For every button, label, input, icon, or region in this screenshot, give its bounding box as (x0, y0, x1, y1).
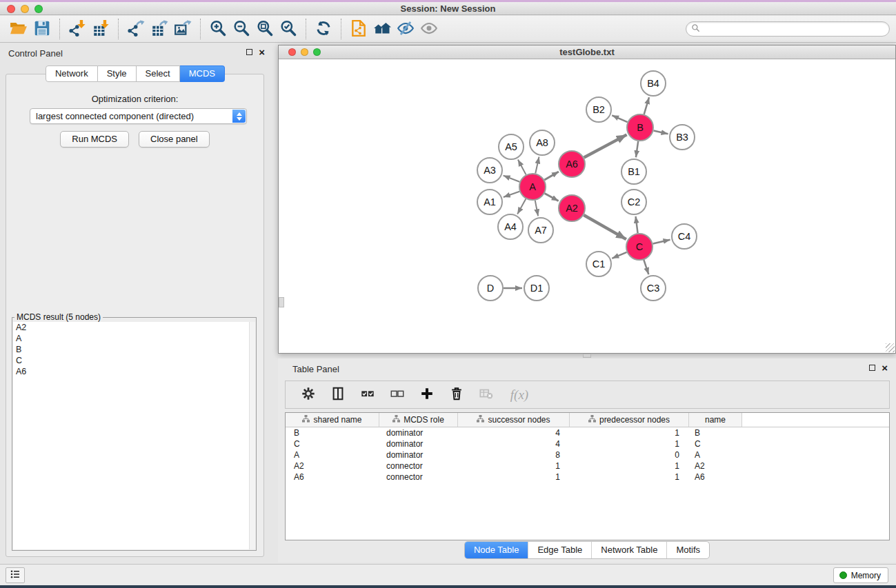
export-table-button[interactable] (148, 18, 171, 40)
zoom-fit-button[interactable] (253, 18, 277, 40)
deselect-all-checks-button[interactable] (388, 386, 406, 404)
hide-eye-button[interactable] (394, 18, 417, 40)
tab-edge-table[interactable]: Edge Table (528, 542, 591, 558)
network-node-B[interactable]: B (627, 114, 653, 141)
network-edge-C-C2[interactable] (636, 216, 638, 233)
import-table-button[interactable] (89, 18, 112, 40)
network-edge-C-C4[interactable] (653, 240, 670, 244)
network-node-A4[interactable]: A4 (498, 214, 523, 239)
tab-network[interactable]: Network (46, 65, 98, 82)
network-node-A7[interactable]: A7 (528, 218, 553, 243)
mcds-result-list[interactable]: A2ABCA6 (13, 322, 255, 549)
tab-network-table[interactable]: Network Table (591, 542, 666, 558)
network-node-A5[interactable]: A5 (499, 134, 524, 159)
float-table-panel-icon[interactable] (869, 365, 875, 371)
network-node-C3[interactable]: C3 (641, 276, 666, 301)
zoom-in-button[interactable] (206, 18, 230, 40)
float-panel-icon[interactable] (246, 49, 252, 55)
table-row-A6[interactable]: A6connector11A6 (286, 472, 889, 483)
table-row-A2[interactable]: A2connector11A2 (286, 460, 889, 472)
run-mcds-button[interactable]: Run MCDS (60, 131, 129, 148)
network-edge-A-A4[interactable] (517, 199, 526, 214)
mcds-result-item[interactable]: A (13, 333, 255, 344)
network-node-A2[interactable]: A2 (559, 195, 585, 221)
network-edge-A-A8[interactable] (535, 157, 539, 174)
node-table[interactable]: shared nameMCDS rolesuccessor nodesprede… (285, 412, 890, 540)
network-graph[interactable]: AA1A2A3A4A5A6A7A8BB1B2B3B4CC1C2C3C4DD1 (279, 60, 895, 354)
mcds-result-item[interactable]: A2 (13, 322, 255, 333)
network-node-D[interactable]: D (478, 276, 503, 301)
import-network-button[interactable] (66, 18, 89, 40)
save-session-button[interactable] (30, 18, 54, 40)
network-edge-A-A6[interactable] (544, 172, 559, 180)
network-edge-B-B2[interactable] (612, 115, 627, 122)
network-node-A6[interactable]: A6 (559, 151, 585, 177)
first-neighbors-document-button[interactable] (347, 18, 370, 40)
mcds-result-item[interactable]: C (13, 355, 255, 366)
table-row-B[interactable]: Bdominator41B (286, 427, 889, 438)
network-edge-B-B4[interactable] (644, 97, 649, 114)
close-panel-icon[interactable]: × (259, 48, 265, 56)
network-node-A[interactable]: A (519, 174, 546, 200)
network-edge-A-A7[interactable] (535, 201, 538, 216)
show-columns-button[interactable] (329, 386, 347, 404)
export-network-button[interactable] (124, 18, 148, 40)
network-edge-C-C1[interactable] (612, 252, 626, 258)
select-all-checks-button[interactable] (359, 386, 377, 404)
refresh-button[interactable] (312, 18, 335, 40)
network-node-D1[interactable]: D1 (524, 276, 549, 301)
result-scrollbar[interactable] (249, 322, 255, 549)
network-node-C4[interactable]: C4 (672, 224, 697, 249)
settings-gear-button[interactable] (299, 386, 317, 404)
column-header-MCDS-role[interactable]: MCDS role (379, 413, 458, 427)
network-edge-C-C3[interactable] (644, 260, 648, 274)
add-plus-button[interactable] (418, 386, 436, 404)
network-edge-B-B1[interactable] (636, 141, 638, 157)
network-edge-A2-C[interactable] (584, 215, 626, 239)
search-box[interactable] (686, 21, 890, 37)
network-window-titlebar[interactable]: testGlobe.txt (279, 45, 895, 59)
mcds-result-item[interactable]: A6 (13, 366, 255, 377)
network-node-A8[interactable]: A8 (530, 130, 555, 155)
tab-mcds[interactable]: MCDS (180, 65, 225, 82)
optimization-criterion-select[interactable]: largest connected component (directed) (30, 108, 247, 124)
network-edge-A-A2[interactable] (545, 194, 559, 201)
tab-node-table[interactable]: Node Table (465, 542, 528, 558)
tab-motifs[interactable]: Motifs (666, 542, 709, 558)
network-node-B4[interactable]: B4 (641, 71, 666, 96)
network-node-A1[interactable]: A1 (477, 190, 502, 214)
network-canvas[interactable]: AA1A2A3A4A5A6A7A8BB1B2B3B4CC1C2C3C4DD1 (279, 60, 895, 353)
close-table-panel-icon[interactable]: × (882, 364, 888, 372)
network-node-C[interactable]: C (626, 234, 653, 260)
network-edge-A-A3[interactable] (504, 176, 520, 182)
open-session-button[interactable] (7, 18, 30, 40)
network-node-C2[interactable]: C2 (621, 190, 646, 214)
network-node-B2[interactable]: B2 (586, 97, 611, 122)
network-edge-B-B3[interactable] (653, 130, 668, 134)
network-node-C1[interactable]: C1 (586, 252, 611, 276)
houses-button[interactable] (370, 18, 394, 40)
network-node-B1[interactable]: B1 (621, 159, 646, 184)
tab-style[interactable]: Style (98, 65, 137, 82)
mcds-result-item[interactable]: B (13, 344, 255, 355)
network-node-A3[interactable]: A3 (477, 158, 502, 183)
tab-select[interactable]: Select (137, 65, 180, 82)
column-header-shared-name[interactable]: shared name (286, 413, 379, 427)
panel-edge-handle[interactable] (279, 297, 284, 307)
column-header-name[interactable]: name (689, 413, 742, 427)
column-header-successor-nodes[interactable]: successor nodes (458, 413, 570, 427)
export-image-button[interactable] (171, 18, 195, 40)
task-history-button[interactable] (6, 567, 25, 583)
column-header-predecessor-nodes[interactable]: predecessor nodes (570, 413, 689, 427)
memory-button[interactable]: Memory (833, 567, 888, 583)
search-input[interactable] (703, 23, 889, 35)
table-row-C[interactable]: Cdominator41C (286, 438, 889, 449)
network-node-B3[interactable]: B3 (670, 125, 695, 150)
close-panel-button[interactable]: Close panel (139, 131, 210, 148)
network-edge-A-A1[interactable] (504, 192, 519, 197)
zoom-selected-button[interactable] (277, 18, 300, 40)
delete-trash-button[interactable] (448, 386, 466, 404)
network-edge-A6-B[interactable] (584, 134, 627, 157)
horizontal-splitter-handle[interactable] (583, 354, 591, 358)
network-edge-A-A5[interactable] (518, 160, 526, 175)
